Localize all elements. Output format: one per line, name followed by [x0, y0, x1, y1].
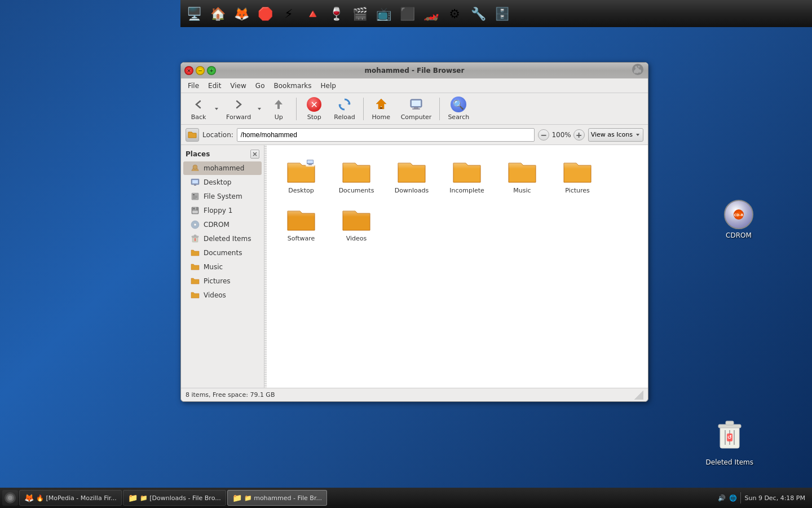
back-dropdown[interactable] — [214, 106, 220, 112]
sidebar-item-documents[interactable]: Documents — [183, 246, 262, 260]
taskbar-start-button[interactable] — [2, 490, 18, 506]
taskbar-downloads-label: 📁 [Downloads - File Bro... — [140, 494, 221, 502]
menu-file[interactable]: File — [184, 81, 202, 91]
forward-button[interactable]: Forward — [222, 94, 255, 123]
taskbar-item-downloads[interactable]: 📁 📁 [Downloads - File Bro... — [123, 490, 226, 506]
search-label: Search — [448, 113, 469, 121]
svg-rect-25 — [193, 196, 197, 196]
sidebar-filesystem-icon — [190, 191, 200, 202]
menu-help[interactable]: Help — [317, 81, 339, 91]
taskbar-computer-icon[interactable]: 🖥️ — [183, 2, 205, 25]
taskbar-torrent-icon[interactable]: 🔺 — [301, 2, 324, 25]
taskbar-wine-icon[interactable]: 🍷 — [325, 2, 347, 25]
computer-label: Computer — [401, 113, 432, 121]
sidebar-cdrom-label: CDROM — [204, 221, 230, 229]
system-tray: 🔊 🌐 Sun 9 Dec, 4:18 PM — [718, 492, 810, 503]
location-input[interactable] — [237, 128, 535, 142]
home-icon — [373, 97, 389, 112]
up-button[interactable]: Up — [264, 94, 293, 123]
sidebar-music-icon — [190, 262, 200, 272]
back-button[interactable]: Back — [184, 94, 213, 123]
sidebar-item-desktop[interactable]: Desktop — [183, 176, 262, 189]
sidebar-videos-icon — [190, 290, 200, 300]
cdrom-label: CDROM — [726, 231, 752, 239]
taskbar-kde-icon[interactable]: ⚡ — [277, 2, 300, 25]
sidebar-item-filesystem[interactable]: File System — [183, 190, 262, 203]
taskbar-item-mohammed[interactable]: 📁 📁 mohammed - File Br... — [227, 490, 327, 506]
close-button[interactable]: × — [184, 66, 193, 75]
sidebar-pictures-icon — [190, 276, 200, 286]
svg-point-43 — [8, 496, 12, 500]
resize-corner[interactable] — [634, 391, 643, 400]
software-folder-icon — [286, 205, 316, 233]
sidebar-item-floppy[interactable]: Floppy 1 — [183, 204, 262, 217]
sidebar-documents-label: Documents — [204, 249, 242, 257]
folder-item-software[interactable]: Software — [276, 202, 326, 246]
menu-bookmarks[interactable]: Bookmarks — [270, 81, 315, 91]
view-mode-selector[interactable]: View as Icons — [588, 128, 643, 142]
sidebar-item-cdrom[interactable]: CDROM — [183, 218, 262, 231]
stop-label: Stop — [307, 113, 321, 121]
up-label: Up — [275, 113, 283, 121]
zoom-controls: − 100% + — [538, 129, 584, 141]
sidebar-deleted-icon — [190, 234, 200, 244]
folder-item-pictures[interactable]: Pictures — [552, 154, 603, 198]
menu-go[interactable]: Go — [252, 81, 268, 91]
videos-folder-icon — [342, 205, 371, 233]
taskbar-media-icon[interactable]: 📺 — [372, 2, 395, 25]
taskbar-tools-icon[interactable]: 🔧 — [467, 2, 489, 25]
home-button[interactable]: Home — [367, 94, 395, 123]
folder-item-music[interactable]: Music — [497, 154, 548, 198]
filebrowser-icon: 📁 — [232, 493, 242, 502]
stop-button[interactable]: ✕ Stop — [300, 94, 328, 123]
pictures-folder-icon — [563, 157, 592, 185]
cdrom-desktop-icon[interactable]: CD-R CDROM — [722, 198, 756, 242]
sidebar-item-mohammed[interactable]: mohammed — [183, 161, 262, 175]
svg-rect-16 — [412, 100, 421, 106]
folder-item-videos[interactable]: Videos — [331, 202, 382, 246]
sidebar-item-deleted[interactable]: Deleted Items — [183, 232, 262, 246]
trash-desktop-icon[interactable]: ↺ Deleted Items — [704, 417, 756, 468]
taskbar-settings-icon[interactable]: ⚙️ — [443, 2, 466, 25]
maximize-button[interactable]: + — [207, 66, 216, 75]
svg-rect-2 — [726, 421, 734, 425]
sidebar-item-videos[interactable]: Videos — [183, 288, 262, 302]
reload-button[interactable]: Reload — [329, 94, 359, 123]
sidebar-documents-icon — [190, 248, 200, 258]
forward-dropdown[interactable] — [257, 106, 263, 112]
forward-label: Forward — [226, 113, 251, 121]
sidebar-item-pictures[interactable]: Pictures — [183, 274, 262, 288]
incomplete-folder-icon — [452, 157, 482, 185]
volume-icon[interactable]: 🔊 — [718, 494, 726, 502]
taskbar-home-icon[interactable]: 🏠 — [206, 2, 229, 25]
taskbar-db-icon[interactable]: 🗄️ — [491, 2, 513, 25]
reload-label: Reload — [334, 113, 355, 121]
folder-item-downloads[interactable]: Downloads — [386, 154, 437, 198]
svg-rect-21 — [192, 180, 198, 183]
taskbar-video-icon[interactable]: 🎬 — [348, 2, 371, 25]
software-folder-label: Software — [288, 235, 315, 242]
folder-item-desktop[interactable]: Desktop — [276, 154, 326, 198]
minimize-button[interactable]: − — [196, 66, 205, 75]
computer-button[interactable]: Computer — [396, 94, 436, 123]
desktop-folder-label: Desktop — [288, 187, 314, 194]
taskbar-stop-icon[interactable]: 🛑 — [254, 2, 276, 25]
menu-edit[interactable]: Edit — [205, 81, 224, 91]
taskbar-item-mozilla[interactable]: 🦊 🔥 [MoPedia - Mozilla Fir... — [19, 490, 122, 506]
folder-item-documents[interactable]: Documents — [331, 154, 382, 198]
network-icon[interactable]: 🌐 — [729, 494, 737, 502]
menubar: File Edit View Go Bookmarks Help — [181, 78, 648, 93]
incomplete-folder-label: Incomplete — [449, 187, 484, 194]
folder-item-incomplete[interactable]: Incomplete — [442, 154, 492, 198]
sidebar-item-music[interactable]: Music — [183, 260, 262, 274]
svg-rect-37 — [195, 238, 196, 241]
zoom-in-button[interactable]: + — [573, 129, 585, 141]
taskbar-firefox-icon[interactable]: 🦊 — [230, 2, 253, 25]
menu-view[interactable]: View — [227, 81, 249, 91]
search-button[interactable]: 🔍 Search — [443, 94, 474, 123]
taskbar-browser2-icon[interactable]: 🏎️ — [420, 2, 442, 25]
taskbar-terminal-icon[interactable]: ⬛ — [396, 2, 418, 25]
zoom-out-button[interactable]: − — [538, 129, 549, 141]
cd-disc-image: CD-R — [724, 200, 753, 229]
sidebar-close-button[interactable] — [250, 150, 259, 159]
